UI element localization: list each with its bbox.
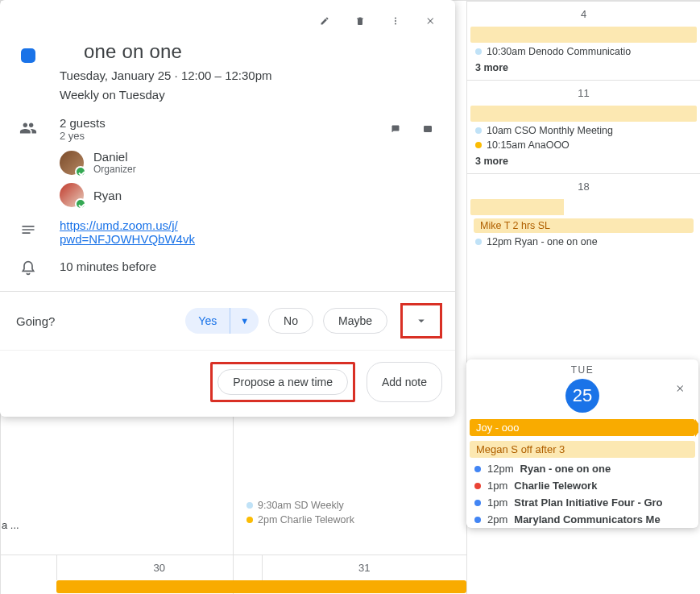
going-label: Going? — [13, 314, 55, 328]
day-number[interactable]: 4 — [467, 2, 700, 25]
allday-chip[interactable]: Joy - ooo — [470, 419, 695, 436]
week-block[interactable]: 4 10:30am Denodo Communicatio 3 more — [467, 1, 700, 80]
event-time: 1pm — [487, 496, 507, 509]
guest-count: 2 guests — [60, 116, 106, 130]
event-color-dot — [474, 466, 481, 472]
more-link[interactable]: 3 more — [467, 152, 700, 170]
event-color-dot — [474, 517, 481, 523]
chat-icon — [391, 122, 400, 136]
event-title: Charlie Telework — [514, 480, 597, 492]
chat-button[interactable] — [386, 119, 405, 139]
allday-chip[interactable]: Megan S off after 3 — [470, 441, 695, 458]
propose-new-time-button[interactable]: Propose a new time — [217, 369, 348, 395]
event-text: 10:15am AnaOOO — [487, 139, 570, 151]
event-color-dot — [474, 500, 481, 506]
avatar — [60, 151, 84, 175]
event-row[interactable]: 1pm Strat Plan Initiative Four - Gro — [466, 494, 698, 511]
event-text: 12pm Ryan - one on one — [487, 236, 598, 247]
event-title: Maryland Communicators Me — [514, 513, 660, 525]
event-pill[interactable]: 10am CSO Monthly Meeting — [467, 123, 700, 138]
rsvp-yes-split-button[interactable]: Yes ▼ — [185, 308, 259, 334]
svg-point-0 — [395, 18, 396, 19]
more-link[interactable]: 3 more — [467, 59, 700, 77]
description-icon — [18, 218, 39, 238]
guest-row[interactable]: Daniel Organizer — [60, 150, 437, 175]
expand-rsvp-highlight — [400, 303, 442, 339]
allday-bar[interactable] — [56, 580, 466, 593]
event-color-swatch — [21, 48, 35, 63]
meeting-link[interactable]: https://umd.zoom.us/j/ — [60, 218, 178, 232]
email-guests-button[interactable] — [418, 119, 437, 139]
avatar — [60, 183, 84, 207]
mail-icon — [423, 122, 433, 136]
pencil-icon — [320, 14, 329, 28]
event-title: one on one — [84, 40, 437, 63]
rsvp-yes-dropdown[interactable]: ▼ — [230, 309, 259, 332]
popup-action-bar — [0, 0, 455, 35]
guest-name: Daniel — [93, 150, 136, 164]
week-block[interactable]: 18 Mike T 2 hrs SL 12pm Ryan - one on on… — [467, 173, 700, 252]
rsvp-yes-button[interactable]: Yes — [185, 308, 230, 334]
event-row[interactable]: 2pm Maryland Communicators Me — [466, 511, 698, 528]
close-icon — [426, 14, 436, 28]
svg-point-1 — [395, 20, 396, 22]
day-peek-panel: TUE 25 Joy - ooo Megan S off after 3 12p… — [466, 359, 698, 528]
event-text: 2pm Charlie Telework — [258, 514, 354, 525]
delete-button[interactable] — [350, 11, 370, 31]
event-title: Strat Plan Initiative Four - Gro — [514, 496, 662, 509]
meeting-link-pwd[interactable]: pwd=NFJOWHVQbW4vk — [60, 232, 195, 246]
event-datetime: Tuesday, January 25 · 12:00 – 12:30pm — [60, 66, 437, 85]
day-number[interactable]: 30 — [56, 555, 262, 580]
day-number-badge[interactable]: 25 — [565, 379, 599, 413]
guest-role: Organizer — [93, 164, 136, 175]
guest-yes-count: 2 yes — [60, 130, 106, 142]
propose-highlight: Propose a new time — [210, 362, 355, 402]
event-detail-popup: one on one Tuesday, January 25 · 12:00 –… — [0, 0, 455, 417]
week-block[interactable]: 11 10am CSO Monthly Meeting 10:15am AnaO… — [467, 80, 700, 173]
rsvp-bar: Going? Yes ▼ No Maybe — [0, 291, 455, 350]
event-color-dot — [475, 239, 482, 245]
event-row[interactable]: 1pm Charlie Telework — [466, 477, 698, 494]
event-time: 1pm — [487, 480, 507, 492]
edit-button[interactable] — [315, 11, 334, 31]
rsvp-no-button[interactable]: No — [268, 308, 313, 334]
allday-chip[interactable]: Mike T 2 hrs SL — [474, 218, 694, 233]
kebab-icon — [391, 14, 400, 28]
day-number[interactable]: 31 — [262, 555, 467, 580]
event-pill[interactable]: 10:30am Denodo Communicatio — [467, 44, 700, 59]
close-button[interactable] — [671, 379, 690, 398]
event-recurrence: Weekly on Tuesday — [60, 85, 437, 105]
more-options-button[interactable] — [386, 11, 405, 31]
day-number[interactable]: 18 — [467, 174, 700, 197]
close-button[interactable] — [421, 11, 441, 31]
event-pill[interactable]: 12pm Ryan - one on one — [467, 235, 700, 249]
day-number[interactable]: 11 — [467, 81, 700, 104]
allday-bar[interactable] — [470, 199, 564, 215]
event-pill[interactable]: 9:30am SD Weekly — [238, 498, 456, 513]
allday-bar[interactable] — [470, 27, 697, 43]
event-time: 12pm — [487, 463, 514, 475]
event-color-dot — [474, 483, 481, 489]
add-note-button[interactable]: Add note — [367, 362, 442, 402]
event-title: Ryan - one on one — [520, 463, 611, 475]
event-text: 10am CSO Monthly Meeting — [487, 125, 613, 136]
bell-icon — [18, 257, 39, 276]
event-time: 2pm — [487, 513, 507, 525]
guest-name: Ryan — [93, 189, 122, 202]
rsvp-extra-row: Propose a new time Add note — [0, 350, 455, 417]
people-icon — [18, 116, 39, 137]
event-color-dot — [475, 48, 482, 55]
event-pill[interactable]: 2pm Charlie Telework — [238, 513, 456, 527]
event-text: 9:30am SD Weekly — [258, 500, 344, 511]
event-row[interactable]: 12pm Ryan - one on one — [466, 460, 698, 477]
event-color-dot — [246, 517, 253, 523]
rsvp-accepted-badge — [75, 198, 86, 210]
event-color-dot — [475, 142, 482, 148]
allday-bar[interactable] — [470, 106, 697, 122]
event-pill[interactable]: 10:15am AnaOOO — [467, 138, 700, 152]
guest-row[interactable]: Ryan — [60, 183, 437, 207]
trash-icon — [355, 14, 365, 28]
rsvp-maybe-button[interactable]: Maybe — [323, 308, 387, 334]
mid-col-events: 9:30am SD Weekly 2pm Charlie Telework — [238, 498, 456, 527]
expand-rsvp-button[interactable] — [403, 305, 440, 336]
